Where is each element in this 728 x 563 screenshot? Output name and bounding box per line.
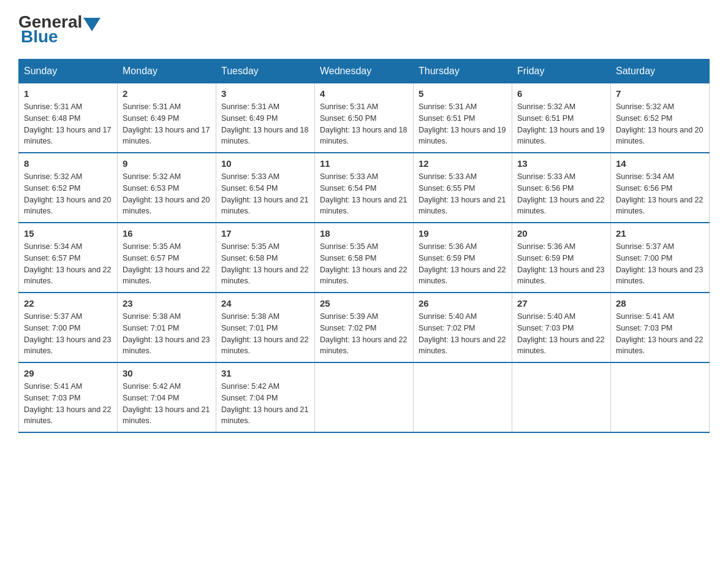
calendar-cell: 2Sunrise: 5:31 AMSunset: 6:49 PMDaylight… bbox=[118, 83, 216, 153]
day-number: 4 bbox=[320, 88, 408, 99]
day-number: 17 bbox=[221, 228, 309, 239]
day-info: Sunrise: 5:31 AMSunset: 6:50 PMDaylight:… bbox=[320, 101, 408, 147]
calendar-cell: 16Sunrise: 5:35 AMSunset: 6:57 PMDayligh… bbox=[118, 223, 216, 293]
calendar-cell: 30Sunrise: 5:42 AMSunset: 7:04 PMDayligh… bbox=[118, 362, 216, 432]
calendar-cell: 4Sunrise: 5:31 AMSunset: 6:50 PMDaylight… bbox=[315, 83, 414, 153]
day-number: 20 bbox=[517, 228, 605, 239]
calendar-cell: 12Sunrise: 5:33 AMSunset: 6:55 PMDayligh… bbox=[414, 153, 512, 223]
day-number: 15 bbox=[24, 228, 112, 239]
calendar-cell: 18Sunrise: 5:35 AMSunset: 6:58 PMDayligh… bbox=[315, 223, 414, 293]
day-info: Sunrise: 5:40 AMSunset: 7:02 PMDaylight:… bbox=[419, 311, 507, 357]
calendar-cell: 10Sunrise: 5:33 AMSunset: 6:54 PMDayligh… bbox=[216, 153, 315, 223]
calendar-cell: 15Sunrise: 5:34 AMSunset: 6:57 PMDayligh… bbox=[19, 223, 118, 293]
calendar-cell: 11Sunrise: 5:33 AMSunset: 6:54 PMDayligh… bbox=[315, 153, 414, 223]
day-info: Sunrise: 5:36 AMSunset: 6:59 PMDaylight:… bbox=[419, 241, 507, 287]
day-number: 13 bbox=[517, 158, 605, 169]
logo-arrow-icon bbox=[83, 18, 100, 31]
day-info: Sunrise: 5:35 AMSunset: 6:58 PMDaylight:… bbox=[221, 241, 309, 287]
calendar-cell bbox=[315, 362, 414, 432]
calendar-cell bbox=[611, 362, 710, 432]
calendar-cell: 26Sunrise: 5:40 AMSunset: 7:02 PMDayligh… bbox=[414, 293, 512, 362]
day-info: Sunrise: 5:38 AMSunset: 7:01 PMDaylight:… bbox=[221, 311, 309, 357]
calendar-cell: 13Sunrise: 5:33 AMSunset: 6:56 PMDayligh… bbox=[512, 153, 611, 223]
calendar-cell: 8Sunrise: 5:32 AMSunset: 6:52 PMDaylight… bbox=[19, 153, 118, 223]
day-info: Sunrise: 5:32 AMSunset: 6:52 PMDaylight:… bbox=[24, 171, 112, 217]
day-info: Sunrise: 5:33 AMSunset: 6:56 PMDaylight:… bbox=[517, 171, 605, 217]
day-number: 31 bbox=[221, 368, 309, 378]
day-number: 7 bbox=[616, 88, 704, 99]
day-number: 12 bbox=[419, 158, 507, 169]
col-saturday: Saturday bbox=[611, 59, 710, 83]
calendar-header-row: Sunday Monday Tuesday Wednesday Thursday… bbox=[19, 59, 710, 83]
day-number: 6 bbox=[517, 88, 605, 99]
col-tuesday: Tuesday bbox=[216, 59, 315, 83]
day-info: Sunrise: 5:35 AMSunset: 6:57 PMDaylight:… bbox=[123, 241, 211, 287]
col-thursday: Thursday bbox=[414, 59, 512, 83]
day-number: 30 bbox=[123, 368, 211, 378]
day-number: 14 bbox=[616, 158, 704, 169]
day-number: 21 bbox=[616, 228, 704, 239]
calendar-cell bbox=[512, 362, 611, 432]
col-wednesday: Wednesday bbox=[315, 59, 414, 83]
logo-blue-text: Blue bbox=[21, 27, 58, 47]
day-number: 28 bbox=[616, 298, 704, 308]
day-number: 5 bbox=[419, 88, 507, 99]
day-info: Sunrise: 5:38 AMSunset: 7:01 PMDaylight:… bbox=[123, 311, 211, 357]
day-info: Sunrise: 5:37 AMSunset: 7:00 PMDaylight:… bbox=[616, 241, 704, 287]
day-number: 16 bbox=[123, 228, 211, 239]
calendar-cell: 7Sunrise: 5:32 AMSunset: 6:52 PMDaylight… bbox=[611, 83, 710, 153]
calendar-cell: 14Sunrise: 5:34 AMSunset: 6:56 PMDayligh… bbox=[611, 153, 710, 223]
day-number: 10 bbox=[221, 158, 309, 169]
col-sunday: Sunday bbox=[19, 59, 118, 83]
calendar-cell: 29Sunrise: 5:41 AMSunset: 7:03 PMDayligh… bbox=[19, 362, 118, 432]
day-info: Sunrise: 5:39 AMSunset: 7:02 PMDaylight:… bbox=[320, 311, 408, 357]
day-info: Sunrise: 5:31 AMSunset: 6:49 PMDaylight:… bbox=[123, 101, 211, 147]
calendar-cell: 21Sunrise: 5:37 AMSunset: 7:00 PMDayligh… bbox=[611, 223, 710, 293]
day-number: 1 bbox=[24, 88, 112, 99]
calendar-cell: 20Sunrise: 5:36 AMSunset: 6:59 PMDayligh… bbox=[512, 223, 611, 293]
day-info: Sunrise: 5:33 AMSunset: 6:55 PMDaylight:… bbox=[419, 171, 507, 217]
day-number: 22 bbox=[24, 298, 112, 308]
calendar-cell bbox=[414, 362, 512, 432]
day-info: Sunrise: 5:41 AMSunset: 7:03 PMDaylight:… bbox=[616, 311, 704, 357]
calendar-cell: 5Sunrise: 5:31 AMSunset: 6:51 PMDaylight… bbox=[414, 83, 512, 153]
day-info: Sunrise: 5:32 AMSunset: 6:52 PMDaylight:… bbox=[616, 101, 704, 147]
week-row: 29Sunrise: 5:41 AMSunset: 7:03 PMDayligh… bbox=[19, 362, 710, 432]
calendar-cell: 22Sunrise: 5:37 AMSunset: 7:00 PMDayligh… bbox=[19, 293, 118, 362]
day-info: Sunrise: 5:32 AMSunset: 6:51 PMDaylight:… bbox=[517, 101, 605, 147]
day-number: 23 bbox=[123, 298, 211, 308]
day-number: 18 bbox=[320, 228, 408, 239]
day-info: Sunrise: 5:37 AMSunset: 7:00 PMDaylight:… bbox=[24, 311, 112, 357]
calendar-table: Sunday Monday Tuesday Wednesday Thursday… bbox=[18, 59, 710, 433]
calendar-cell: 3Sunrise: 5:31 AMSunset: 6:49 PMDaylight… bbox=[216, 83, 315, 153]
calendar-cell: 9Sunrise: 5:32 AMSunset: 6:53 PMDaylight… bbox=[118, 153, 216, 223]
col-friday: Friday bbox=[512, 59, 611, 83]
day-info: Sunrise: 5:32 AMSunset: 6:53 PMDaylight:… bbox=[123, 171, 211, 217]
day-info: Sunrise: 5:42 AMSunset: 7:04 PMDaylight:… bbox=[123, 381, 211, 427]
day-number: 9 bbox=[123, 158, 211, 169]
week-row: 15Sunrise: 5:34 AMSunset: 6:57 PMDayligh… bbox=[19, 223, 710, 293]
calendar-cell: 17Sunrise: 5:35 AMSunset: 6:58 PMDayligh… bbox=[216, 223, 315, 293]
page-header: General Blue bbox=[18, 12, 710, 47]
day-info: Sunrise: 5:31 AMSunset: 6:49 PMDaylight:… bbox=[221, 101, 309, 147]
week-row: 22Sunrise: 5:37 AMSunset: 7:00 PMDayligh… bbox=[19, 293, 710, 362]
day-number: 19 bbox=[419, 228, 507, 239]
calendar-cell: 28Sunrise: 5:41 AMSunset: 7:03 PMDayligh… bbox=[611, 293, 710, 362]
calendar-cell: 1Sunrise: 5:31 AMSunset: 6:48 PMDaylight… bbox=[19, 83, 118, 153]
day-number: 24 bbox=[221, 298, 309, 308]
calendar-cell: 23Sunrise: 5:38 AMSunset: 7:01 PMDayligh… bbox=[118, 293, 216, 362]
day-number: 29 bbox=[24, 368, 112, 378]
day-number: 26 bbox=[419, 298, 507, 308]
day-info: Sunrise: 5:31 AMSunset: 6:51 PMDaylight:… bbox=[419, 101, 507, 147]
day-info: Sunrise: 5:33 AMSunset: 6:54 PMDaylight:… bbox=[221, 171, 309, 217]
day-info: Sunrise: 5:40 AMSunset: 7:03 PMDaylight:… bbox=[517, 311, 605, 357]
day-number: 8 bbox=[24, 158, 112, 169]
day-info: Sunrise: 5:42 AMSunset: 7:04 PMDaylight:… bbox=[221, 381, 309, 427]
week-row: 8Sunrise: 5:32 AMSunset: 6:52 PMDaylight… bbox=[19, 153, 710, 223]
day-number: 25 bbox=[320, 298, 408, 308]
day-number: 3 bbox=[221, 88, 309, 99]
day-info: Sunrise: 5:36 AMSunset: 6:59 PMDaylight:… bbox=[517, 241, 605, 287]
logo: General Blue bbox=[18, 12, 102, 47]
day-info: Sunrise: 5:35 AMSunset: 6:58 PMDaylight:… bbox=[320, 241, 408, 287]
calendar-cell: 19Sunrise: 5:36 AMSunset: 6:59 PMDayligh… bbox=[414, 223, 512, 293]
